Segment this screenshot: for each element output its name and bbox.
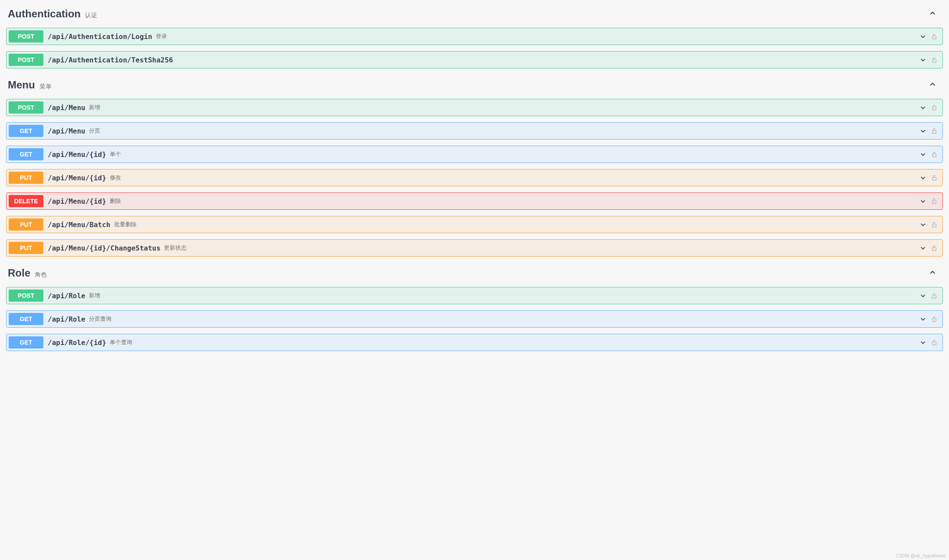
section-header-menu[interactable]: Menu菜单 xyxy=(6,75,943,99)
endpoint-row[interactable]: POST/api/Role新增 xyxy=(6,287,943,304)
method-badge: POST xyxy=(9,290,43,302)
svg-rect-4 xyxy=(933,154,936,156)
svg-rect-9 xyxy=(933,295,936,298)
method-badge: PUT xyxy=(9,242,43,254)
endpoint-path: /api/Menu/{id} xyxy=(48,150,106,159)
chevron-down-icon[interactable] xyxy=(919,150,927,159)
section-title: Menu xyxy=(8,79,35,91)
chevron-up-icon[interactable] xyxy=(928,268,937,277)
endpoint-path: /api/Role xyxy=(48,315,85,323)
endpoint-desc: 新增 xyxy=(89,292,100,300)
endpoint-row[interactable]: PUT/api/Menu/Batch批量删除 xyxy=(6,216,943,233)
endpoint-path: /api/Menu/{id} xyxy=(48,174,106,182)
endpoint-desc: 分页 xyxy=(89,127,100,135)
method-badge: GET xyxy=(9,336,43,348)
lock-icon[interactable] xyxy=(930,220,939,229)
svg-rect-8 xyxy=(933,247,936,250)
lock-icon[interactable] xyxy=(930,150,939,159)
endpoint-row[interactable]: PUT/api/Menu/{id}修改 xyxy=(6,169,943,186)
method-badge: POST xyxy=(9,30,43,42)
lock-icon[interactable] xyxy=(930,103,939,112)
chevron-down-icon[interactable] xyxy=(919,291,927,300)
chevron-down-icon[interactable] xyxy=(919,244,927,252)
svg-rect-5 xyxy=(933,177,936,180)
section-header-authentication[interactable]: Authentication认证 xyxy=(6,3,943,28)
method-badge: POST xyxy=(9,54,43,66)
lock-icon[interactable] xyxy=(930,244,939,252)
section-header-role[interactable]: Role角色 xyxy=(6,263,943,287)
method-badge: PUT xyxy=(9,218,43,231)
svg-rect-3 xyxy=(933,130,936,133)
endpoint-path: /api/Menu xyxy=(48,127,85,135)
svg-rect-10 xyxy=(933,319,936,321)
endpoint-desc: 删除 xyxy=(110,197,121,205)
method-badge: GET xyxy=(9,125,43,137)
endpoint-desc: 批量删除 xyxy=(114,221,137,228)
endpoint-row[interactable]: DELETE/api/Menu/{id}删除 xyxy=(6,192,943,210)
endpoint-desc: 分页查询 xyxy=(89,315,111,323)
endpoint-row[interactable]: PUT/api/Menu/{id}/ChangeStatus更新状态 xyxy=(6,239,943,257)
endpoint-desc: 单个查询 xyxy=(110,339,132,346)
section-desc: 认证 xyxy=(85,12,97,20)
chevron-down-icon[interactable] xyxy=(919,103,927,112)
method-badge: GET xyxy=(9,313,43,325)
lock-icon[interactable] xyxy=(930,55,939,64)
endpoint-row[interactable]: GET/api/Menu分页 xyxy=(6,122,943,140)
chevron-up-icon[interactable] xyxy=(928,80,937,88)
svg-rect-11 xyxy=(933,342,936,345)
method-badge: POST xyxy=(9,101,43,114)
svg-rect-0 xyxy=(933,36,936,39)
lock-icon[interactable] xyxy=(930,315,939,323)
lock-icon[interactable] xyxy=(930,32,939,41)
section-title: Authentication xyxy=(8,8,81,20)
endpoint-path: /api/Menu/Batch xyxy=(48,221,111,229)
chevron-down-icon[interactable] xyxy=(919,173,927,182)
endpoint-row[interactable]: POST/api/Menu新增 xyxy=(6,99,943,116)
method-badge: GET xyxy=(9,148,43,160)
chevron-down-icon[interactable] xyxy=(919,127,927,135)
endpoint-row[interactable]: GET/api/Role分页查询 xyxy=(6,310,943,328)
endpoint-row[interactable]: POST/api/Authentication/Login登录 xyxy=(6,28,943,45)
endpoint-path: /api/Role/{id} xyxy=(48,339,106,347)
endpoint-desc: 更新状态 xyxy=(164,244,187,252)
endpoint-path: /api/Role xyxy=(48,292,85,300)
endpoint-desc: 新增 xyxy=(89,104,100,111)
endpoint-path: /api/Menu/{id}/ChangeStatus xyxy=(48,244,160,252)
endpoint-desc: 单个 xyxy=(110,150,121,158)
svg-rect-7 xyxy=(933,224,936,227)
endpoint-path: /api/Authentication/Login xyxy=(48,33,152,41)
method-badge: DELETE xyxy=(9,195,43,207)
lock-icon[interactable] xyxy=(930,338,939,347)
method-badge: PUT xyxy=(9,172,43,184)
lock-icon[interactable] xyxy=(930,173,939,182)
chevron-down-icon[interactable] xyxy=(919,32,927,41)
svg-rect-2 xyxy=(933,107,936,110)
svg-rect-6 xyxy=(933,201,936,203)
endpoint-path: /api/Menu xyxy=(48,104,85,112)
section-desc: 角色 xyxy=(35,271,47,279)
endpoint-path: /api/Menu/{id} xyxy=(48,197,106,205)
endpoint-path: /api/Authentication/TestSha256 xyxy=(48,56,173,64)
chevron-down-icon[interactable] xyxy=(919,315,927,323)
chevron-down-icon[interactable] xyxy=(919,197,927,205)
chevron-up-icon[interactable] xyxy=(928,9,937,17)
section-title: Role xyxy=(8,267,30,279)
lock-icon[interactable] xyxy=(930,291,939,300)
lock-icon[interactable] xyxy=(930,197,939,205)
endpoint-row[interactable]: GET/api/Menu/{id}单个 xyxy=(6,146,943,163)
lock-icon[interactable] xyxy=(930,127,939,135)
section-desc: 菜单 xyxy=(39,83,52,91)
chevron-down-icon[interactable] xyxy=(919,220,927,229)
svg-rect-1 xyxy=(933,59,936,62)
chevron-down-icon[interactable] xyxy=(919,55,927,64)
endpoint-row[interactable]: POST/api/Authentication/TestSha256 xyxy=(6,51,943,68)
chevron-down-icon[interactable] xyxy=(919,338,927,347)
endpoint-desc: 登录 xyxy=(156,33,167,40)
endpoint-row[interactable]: GET/api/Role/{id}单个查询 xyxy=(6,334,943,351)
endpoint-desc: 修改 xyxy=(110,174,121,182)
